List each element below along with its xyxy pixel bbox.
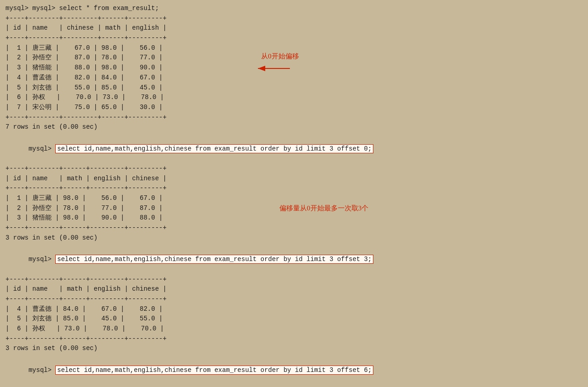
sep-0c: +----+--------+---------+------+--------…: [5, 113, 583, 123]
row-2-6: | 6 | 孙权 | 73.0 | 78.0 | 70.0 |: [5, 324, 583, 334]
header-2: | id | name | math | english | chinese |: [5, 284, 583, 294]
arrow-0: [256, 64, 292, 75]
annotation-0-container: 从0开始偏移: [261, 52, 299, 61]
block-3: mysql> select id,name,math,english,chine…: [5, 356, 583, 387]
header-1: | id | name | math | english | chinese |: [5, 174, 583, 184]
sep-2c: +----+--------+------+---------+--------…: [5, 334, 583, 344]
sep-0: +----+--------+---------+------+--------…: [5, 14, 583, 24]
row-2-5: | 5 | 刘玄德 | 85.0 | 45.0 | 55.0 |: [5, 314, 583, 324]
query-line-1: mysql> select id,name,math,english,chine…: [5, 134, 583, 164]
cmd-box-2: select id,name,math,english,chinese from…: [55, 255, 373, 264]
block-1: mysql> select id,name,math,english,chine…: [5, 134, 583, 243]
row-0-3: | 3 | 猪悟能 | 88.0 | 98.0 | 90.0 |: [5, 63, 583, 73]
annotation-1-text: 偏移量从0开始最多一次取3个: [279, 204, 368, 212]
sep-1a: +----+--------+------+---------+--------…: [5, 164, 583, 174]
query-line-3: mysql> select id,name,math,english,chine…: [5, 356, 583, 385]
annotation-0-text: 从0开始偏移: [261, 52, 299, 61]
query-text-0: mysql> select * from exam_result;: [32, 5, 159, 12]
block-2: mysql> select id,name,math,english,chine…: [5, 245, 583, 354]
row-0-7: | 7 | 宋公明 | 75.0 | 65.0 | 30.0 |: [5, 103, 583, 113]
block-0: mysql> mysql> select * from exam_result;…: [5, 4, 583, 132]
cmd-box-3: select id,name,math,english,chinese from…: [55, 366, 373, 375]
prompt-3: mysql>: [28, 366, 55, 374]
row-0-5: | 5 | 刘玄德 | 55.0 | 85.0 | 45.0 |: [5, 83, 583, 93]
row-0-4: | 4 | 曹孟德 | 82.0 | 84.0 | 67.0 |: [5, 73, 583, 83]
count-0: 7 rows in set (0.00 sec): [5, 122, 583, 132]
sep-1b: +----+--------+------+---------+--------…: [5, 183, 583, 194]
sep-0b: +----+--------+---------+------+--------…: [5, 33, 583, 43]
row-0-6: | 6 | 孙权 | 70.0 | 73.0 | 78.0 |: [5, 93, 583, 103]
row-1-1: | 1 | 唐三藏 | 98.0 | 56.0 | 67.0 |: [5, 194, 583, 204]
prompt-0: mysql>: [5, 5, 32, 12]
terminal: mysql> mysql> select * from exam_result;…: [5, 4, 583, 387]
prompt-1: mysql>: [28, 145, 55, 152]
sep-3a: +----+--------+------+---------+--------…: [5, 385, 583, 387]
arrow-svg-0: [256, 64, 292, 73]
sep-2a: +----+--------+------+---------+--------…: [5, 275, 583, 285]
query-line-2: mysql> select id,name,math,english,chine…: [5, 245, 583, 275]
header-0: | id | name | chinese | math | english |: [5, 23, 583, 33]
sep-1c: +----+--------+------+---------+--------…: [5, 223, 583, 233]
cmd-box-1: select id,name,math,english,chinese from…: [55, 144, 373, 153]
row-1-3: | 3 | 猪悟能 | 98.0 | 90.0 | 88.0 |: [5, 213, 583, 223]
query-line-0: mysql> mysql> select * from exam_result;: [5, 4, 583, 14]
row-2-4: | 4 | 曹孟德 | 84.0 | 67.0 | 82.0 |: [5, 304, 583, 314]
annotation-1-text-container: 偏移量从0开始最多一次取3个: [279, 204, 368, 213]
sep-2b: +----+--------+------+---------+--------…: [5, 294, 583, 304]
prompt-2: mysql>: [28, 256, 55, 263]
count-2: 3 rows in set (0.00 sec): [5, 344, 583, 354]
count-1: 3 rows in set (0.00 sec): [5, 233, 583, 243]
